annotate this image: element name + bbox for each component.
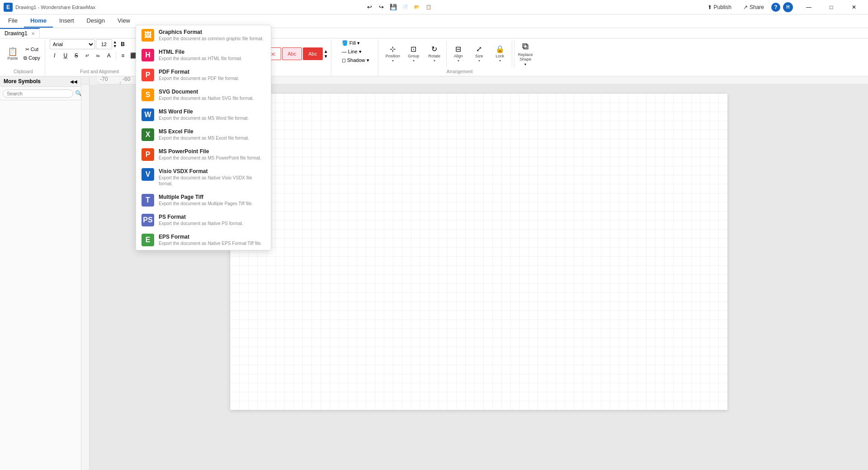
export-icon-word: W (142, 108, 154, 121)
font-bold-button[interactable]: B (118, 39, 128, 49)
shadow-button[interactable]: ◻ Shadow ▾ (340, 56, 371, 64)
drawing-tab[interactable]: Drawing1 ✕ (0, 28, 40, 38)
new-button[interactable]: 📋 (423, 2, 434, 13)
styles-up[interactable]: ▲ (324, 49, 328, 54)
lock-button[interactable]: 🔒 Lock ▾ (490, 44, 510, 64)
lock-label: Lock (495, 54, 504, 58)
export-ps[interactable]: PS PS Format Export the document as Nati… (136, 210, 271, 230)
user-avatar[interactable]: H (783, 2, 793, 12)
styles-down[interactable]: ▼ (324, 54, 328, 59)
my-library-arrow: ▾ (4, 103, 6, 104)
font-color-button[interactable]: A (104, 51, 114, 61)
font-family-select[interactable]: Arial (50, 39, 95, 49)
font-underline-button[interactable]: U (61, 51, 71, 61)
search-icon[interactable]: 🔍 (75, 90, 81, 97)
export-desc-ppt: Export the document as MS PowerPoint fil… (159, 155, 265, 161)
share-button[interactable]: ↗ Share (739, 2, 769, 12)
export-title-graphics: Graphics Format (159, 29, 265, 35)
shape-library: ▾ My Library □ + ✕ Drag symbols here to … (0, 100, 81, 104)
search-input[interactable] (3, 89, 73, 98)
close-button[interactable]: ✕ (844, 0, 864, 14)
style-swatch-8[interactable]: Abc (303, 47, 323, 60)
align-button[interactable]: ⊟ Align ▾ (448, 44, 468, 64)
separator2 (512, 41, 512, 66)
export-title-ppt: MS PowerPoint File (159, 148, 265, 155)
my-library-header[interactable]: ▾ My Library □ + ✕ (2, 102, 79, 104)
font-size-input[interactable] (96, 39, 112, 49)
export-title-eps: EPS Format (159, 234, 265, 240)
title-bar: E Drawing1 - Wondershare EdrawMax ↩ ↪ 💾 … (0, 0, 868, 14)
export-title-tiff: Multiple Page Tiff (159, 194, 265, 200)
export-eps[interactable]: E EPS Format Export the document as Nati… (136, 230, 271, 250)
tab-file[interactable]: File (2, 14, 24, 28)
drawing-tab-close[interactable]: ✕ (31, 31, 35, 36)
more-symbols-header[interactable]: More Symbols ◀◀ (0, 76, 81, 87)
paste-button[interactable]: 📋 Paste (5, 47, 21, 61)
position-icon: ⊹ (390, 45, 396, 53)
share-icon: ↗ (743, 4, 748, 10)
size-button[interactable]: ⤢ Size ▾ (469, 44, 489, 64)
export-title-html: HTML File (159, 49, 265, 55)
panel-controls: ◀◀ (70, 79, 77, 84)
appearance-content: 🪣 Fill ▾ — Line ▾ ◻ Shadow ▾ (340, 39, 371, 73)
fill-button[interactable]: 🪣 Fill ▾ (340, 39, 362, 47)
export-excel[interactable]: X MS Excel File Export the document as M… (136, 125, 271, 145)
cut-button[interactable]: ✂ Cut (22, 46, 42, 53)
export-visio[interactable]: V Visio VSDX Format Export the document … (136, 164, 271, 190)
tab-view[interactable]: View (111, 14, 137, 28)
font-strikethrough-button[interactable]: S (71, 51, 81, 61)
font-family-row: Arial ▲ ▼ B (50, 39, 128, 49)
paste-icon: 📋 (8, 47, 18, 56)
help-button[interactable]: ? (771, 3, 780, 12)
export-desc-visio: Export the document as Native Visio VSDX… (159, 175, 265, 187)
ruler-left (81, 85, 90, 470)
arrangement-content: ⊹ Position ▾ ⊡ Group ▾ ↻ Rotate ▾ ⊟ Alig… (383, 39, 537, 68)
replace-shape-button[interactable]: ⧉ ReplaceShape ▾ (514, 39, 537, 68)
minimize-button[interactable]: — (798, 0, 819, 14)
export-word[interactable]: W MS Word File Export the document as MS… (136, 105, 271, 125)
export-html[interactable]: H HTML File Export the document as HTML … (136, 45, 271, 65)
export-desc-tiff: Export the document as Multiple Pages Ti… (159, 201, 265, 207)
add-library-btn2[interactable]: + (69, 103, 72, 104)
copy-button[interactable]: ⧉ Copy (22, 54, 42, 62)
group-button[interactable]: ⊡ Group ▾ (404, 44, 424, 64)
superscript-button[interactable]: x² (82, 51, 92, 61)
rotate-button[interactable]: ↻ Rotate ▾ (425, 44, 444, 64)
export-ppt[interactable]: P MS PowerPoint File Export the document… (136, 145, 271, 164)
tab-home[interactable]: Home (24, 14, 53, 28)
export-icon-pdf: P (142, 69, 154, 81)
position-button[interactable]: ⊹ Position ▾ (383, 44, 403, 64)
publish-button[interactable]: ⬆ Publish (703, 2, 736, 12)
font-italic-button[interactable]: I (50, 51, 60, 61)
export-graphics[interactable]: 🖼 Graphics Format Export the document as… (136, 25, 271, 45)
maximize-button[interactable]: □ (821, 0, 842, 14)
save-as-button[interactable]: 📄 (400, 2, 410, 13)
export-svg[interactable]: S SVG Document Export the document as Na… (136, 85, 271, 105)
save-button[interactable]: 💾 (388, 2, 399, 13)
add-library-btn[interactable]: □ (65, 103, 68, 104)
tab-design[interactable]: Design (80, 14, 111, 28)
export-desc-svg: Export the document as Native SVG file f… (159, 95, 265, 101)
open-button[interactable]: 📂 (411, 2, 422, 13)
export-desc-pdf: Export the document as PDF file format. (159, 75, 265, 81)
export-icon-ppt: P (142, 148, 154, 161)
export-title-word: MS Word File (159, 108, 265, 115)
font-size-down[interactable]: ▼ (113, 44, 117, 48)
style-swatch-7[interactable]: Abc (282, 47, 302, 60)
line-button[interactable]: — Line ▾ (340, 48, 363, 56)
clipboard-label: Clipboard (5, 68, 42, 75)
ribbon-tabs: File Home Insert Design View (0, 14, 868, 28)
export-pdf[interactable]: P PDF Format Export the document as PDF … (136, 65, 271, 85)
size-label: Size (475, 54, 483, 58)
undo-button[interactable]: ↩ (364, 2, 375, 13)
tab-insert[interactable]: Insert (53, 14, 80, 28)
group-icon: ⊡ (410, 45, 416, 53)
search-box: 🔍 ▲ ▼ (0, 87, 81, 100)
styles-scroll: ▲ ▼ (324, 49, 328, 59)
bullet-list-button[interactable]: ≡ (118, 51, 128, 61)
panel-collapse-btn[interactable]: ◀◀ (70, 79, 77, 84)
close-library-btn[interactable]: ✕ (73, 103, 77, 104)
redo-button[interactable]: ↪ (376, 2, 387, 13)
subscript-button[interactable]: x₂ (93, 51, 103, 61)
export-tiff[interactable]: T Multiple Page Tiff Export the document… (136, 190, 271, 210)
